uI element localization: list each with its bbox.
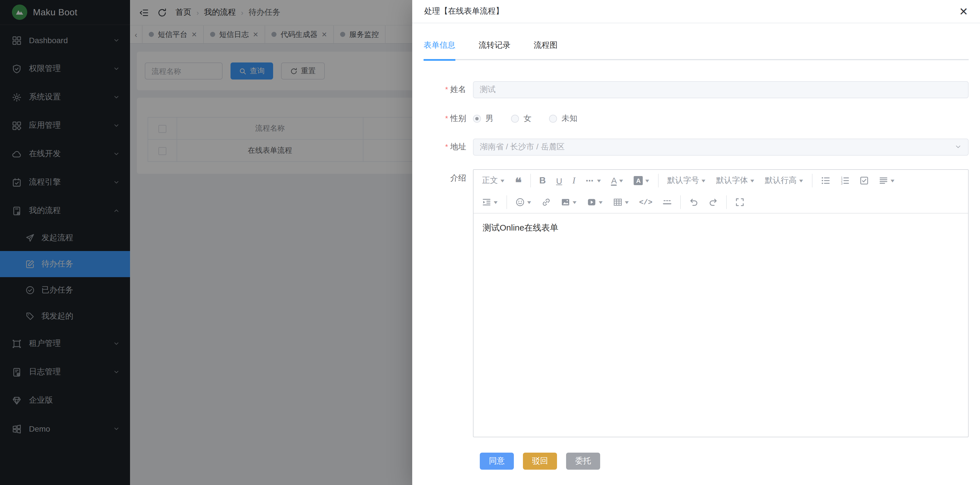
form-row-address: 地址 湖南省 / 长沙市 / 岳麓区 [423,138,969,156]
tab-flow-diagram[interactable]: 流程图 [534,40,558,51]
drawer-actions: 同意 驳回 委托 [423,453,969,470]
radio-unchecked-icon [511,114,519,122]
indent-dropdown[interactable]: ▼ [477,195,503,210]
link-icon [542,198,551,207]
table-icon [613,198,622,207]
line-height-dropdown[interactable]: 默认行高▼ [760,173,808,188]
underline-button[interactable]: U [551,173,568,188]
drawer-tabs: 表单信息 流转记录 流程图 [423,40,969,60]
radio-unknown[interactable]: 未知 [549,113,578,124]
radio-female[interactable]: 女 [511,113,531,124]
radio-checked-icon [473,114,481,122]
radio-unchecked-icon [549,114,557,122]
align-icon [879,176,888,185]
bullet-list-icon [821,176,830,185]
insert-image-dropdown[interactable]: ▼ [556,195,582,210]
emoji-icon [515,198,525,207]
font-color-dropdown[interactable]: A▼ [606,173,629,188]
drawer-body: 表单信息 流转记录 流程图 姓名 测试 性别 男 [412,23,980,485]
editor-content[interactable]: 测试Online在线表单 [474,213,968,437]
italic-button[interactable]: I [567,173,581,188]
checkbox-icon [860,176,869,185]
insert-divider-button[interactable] [657,195,677,210]
numbered-list-button[interactable] [835,173,854,188]
toolbar-divider [726,196,727,209]
redo-button[interactable] [703,195,723,210]
reject-button[interactable]: 驳回 [523,453,557,470]
gender-label: 性别 [423,110,473,127]
todo-list-button[interactable] [854,173,874,188]
close-icon[interactable]: ✕ [959,6,968,17]
fullscreen-button[interactable] [730,195,749,210]
delegate-button[interactable]: 委托 [566,453,600,470]
form-row-gender: 性别 男 女 未知 [423,110,969,127]
tab-flow-records[interactable]: 流转记录 [479,40,511,51]
horizontal-rule-icon [663,198,672,207]
toolbar-divider [812,174,813,188]
blockquote-button[interactable]: ❝ [510,173,527,188]
redo-icon [709,198,718,207]
font-family-dropdown[interactable]: 默认字体▼ [711,173,760,188]
more-styles-dropdown[interactable]: ⋯▼ [581,173,606,188]
name-label: 姓名 [423,81,473,98]
form-row-intro: 介绍 正文▼ ❝ B U I ⋯▼ A▼ A▼ [423,169,969,437]
insert-link-button[interactable] [536,195,556,210]
emoji-dropdown[interactable]: ▼ [511,195,536,210]
process-drawer: 处理【在线表单流程】 ✕ 表单信息 流转记录 流程图 姓名 测试 性别 [412,0,980,485]
undo-icon [689,198,698,207]
bg-color-dropdown[interactable]: A▼ [629,173,655,188]
drawer-header: 处理【在线表单流程】 ✕ [412,0,980,23]
address-label: 地址 [423,138,473,156]
indent-icon [482,198,491,207]
undo-button[interactable] [684,195,703,210]
insert-video-dropdown[interactable]: ▼ [582,195,608,210]
align-dropdown[interactable]: ▼ [874,173,900,188]
bullet-list-button[interactable] [816,173,835,188]
address-select[interactable]: 湖南省 / 长沙市 / 岳麓区 [473,138,969,155]
agree-button[interactable]: 同意 [480,453,514,470]
toolbar-divider [530,174,531,188]
radio-male[interactable]: 男 [473,113,493,124]
form-row-name: 姓名 测试 [423,81,969,98]
app-root: Maku Boot Dashboard 权限管理 系统设置 应用管理 [0,0,980,485]
code-block-button[interactable]: </> [634,195,657,210]
image-icon [561,198,570,207]
intro-label: 介绍 [423,169,473,186]
fullscreen-icon [735,198,745,207]
paragraph-style-dropdown[interactable]: 正文▼ [477,173,510,188]
toolbar-divider [506,196,507,209]
numbered-list-icon [840,176,850,185]
toolbar-divider [680,196,681,209]
drawer-title: 处理【在线表单流程】 [424,6,504,16]
insert-table-dropdown[interactable]: ▼ [608,195,634,210]
gender-radio-group: 男 女 未知 [473,110,969,127]
tab-form-info[interactable]: 表单信息 [423,40,455,51]
editor-toolbar-row1: 正文▼ ❝ B U I ⋯▼ A▼ A▼ 默认字号▼ 默认字体▼ [474,170,968,191]
name-field[interactable]: 测试 [473,81,969,98]
font-size-dropdown[interactable]: 默认字号▼ [662,173,711,188]
editor-toolbar-row2: ▼ ▼ ▼ ▼ ▼ </> [474,191,968,213]
toolbar-divider [659,174,659,188]
bold-button[interactable]: B [534,173,551,188]
chevron-down-icon [955,143,962,151]
video-icon [587,198,596,207]
rich-text-editor: 正文▼ ❝ B U I ⋯▼ A▼ A▼ 默认字号▼ 默认字体▼ [473,169,969,437]
